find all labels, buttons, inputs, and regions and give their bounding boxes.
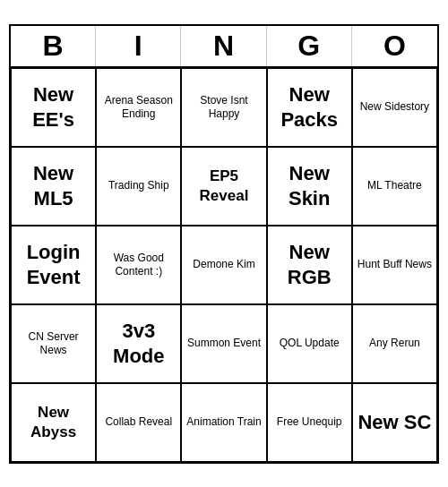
bingo-card: BINGO New EE'sArena Season EndingStove I…: [9, 24, 439, 464]
bingo-cell-13: New RGB: [267, 226, 352, 304]
bingo-cell-5: New ML5: [11, 147, 96, 226]
bingo-cell-21: Collab Reveal: [96, 383, 181, 462]
bingo-letter-b: B: [11, 26, 96, 66]
bingo-cell-23: Free Unequip: [267, 383, 352, 462]
bingo-cell-1: Arena Season Ending: [96, 68, 181, 147]
bingo-letter-g: G: [267, 26, 352, 66]
bingo-cell-12: Demone Kim: [181, 226, 266, 304]
bingo-cell-14: Hunt Buff News: [352, 226, 437, 304]
bingo-cell-20: New Abyss: [11, 383, 96, 462]
bingo-letter-n: N: [181, 26, 266, 66]
bingo-cell-15: CN Server News: [11, 304, 96, 383]
bingo-cell-3: New Packs: [267, 68, 352, 147]
bingo-cell-19: Any Rerun: [352, 304, 437, 383]
bingo-cell-11: Was Good Content :): [96, 226, 181, 304]
bingo-cell-2: Stove Isnt Happy: [181, 68, 266, 147]
bingo-cell-9: ML Theatre: [352, 147, 437, 226]
bingo-cell-22: Animation Train: [181, 383, 266, 462]
bingo-header: BINGO: [11, 26, 437, 68]
bingo-cell-18: QOL Update: [267, 304, 352, 383]
bingo-cell-8: New Skin: [267, 147, 352, 226]
bingo-cell-0: New EE's: [11, 68, 96, 147]
bingo-letter-o: O: [352, 26, 437, 66]
bingo-cell-6: Trading Ship: [96, 147, 181, 226]
bingo-letter-i: I: [96, 26, 181, 66]
bingo-grid: New EE'sArena Season EndingStove Isnt Ha…: [11, 68, 437, 462]
bingo-cell-16: 3v3 Mode: [96, 304, 181, 383]
bingo-cell-17: Summon Event: [181, 304, 266, 383]
bingo-cell-24: New SC: [352, 383, 437, 462]
bingo-cell-10: Login Event: [11, 226, 96, 304]
bingo-cell-7: EP5 Reveal: [181, 147, 266, 226]
bingo-cell-4: New Sidestory: [352, 68, 437, 147]
